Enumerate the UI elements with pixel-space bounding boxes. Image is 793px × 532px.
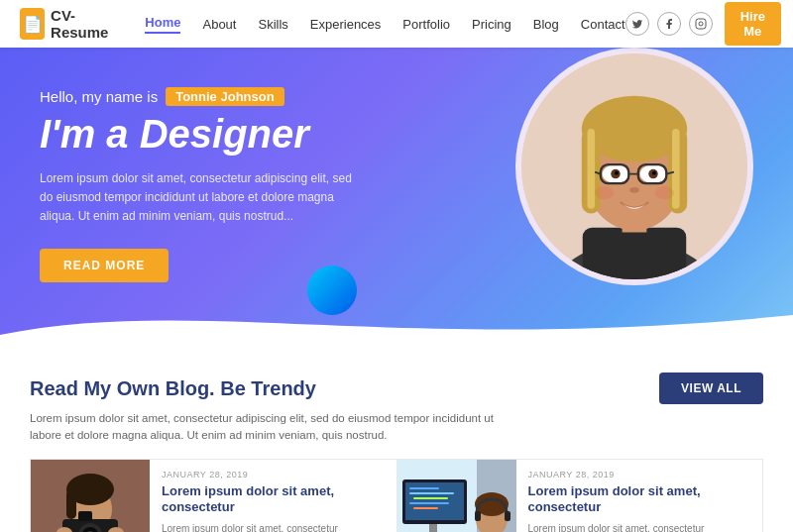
logo-icon: 📄 — [20, 8, 45, 40]
svg-point-24 — [595, 186, 614, 199]
svg-rect-45 — [413, 497, 448, 499]
nav-blog[interactable]: Blog — [533, 17, 559, 32]
twitter-icon[interactable] — [625, 12, 649, 36]
social-links — [625, 12, 713, 36]
blog-card-1-date: JANUARY 28, 2019 — [162, 470, 385, 479]
nav-experiences[interactable]: Experiences — [310, 17, 382, 32]
nav-home[interactable]: Home — [145, 15, 180, 34]
navbar: 📄 CV-Resume Home About Skills Experience… — [0, 0, 793, 48]
facebook-icon[interactable] — [657, 12, 681, 36]
blog-card-1: JANUARY 28, 2019 Lorem ipsum dolor sit a… — [30, 459, 396, 533]
blog-subtitle: Lorem ipsum dolor sit amet, consectetur … — [30, 410, 525, 445]
nav-pricing[interactable]: Pricing — [472, 17, 511, 32]
blog-card-2-title[interactable]: Lorem ipsum dolor sit amet, consectetur — [528, 483, 751, 517]
svg-rect-4 — [583, 228, 687, 279]
svg-rect-0 — [696, 19, 706, 29]
nav-contact[interactable]: Contact — [581, 17, 625, 32]
nav-links: Home About Skills Experiences Portfolio … — [145, 15, 624, 34]
hello-prefix: Hello, my name is — [40, 88, 158, 105]
svg-rect-47 — [413, 507, 438, 509]
svg-rect-46 — [409, 502, 449, 504]
blog-header: Read My Own Blog. Be Trendy VIEW ALL — [30, 372, 763, 404]
svg-point-23 — [629, 187, 639, 193]
nav-skills[interactable]: Skills — [258, 17, 287, 32]
view-all-button[interactable]: VIEW ALL — [659, 372, 763, 404]
svg-rect-44 — [409, 492, 454, 494]
svg-point-25 — [655, 186, 674, 199]
read-more-button[interactable]: READ MORE — [40, 249, 169, 282]
person-illustration — [521, 53, 747, 279]
camera-person-illustration — [31, 460, 150, 533]
blog-card-1-title[interactable]: Lorem ipsum dolor sit amet, consectetur — [162, 483, 385, 517]
svg-rect-52 — [475, 511, 481, 521]
hero-section: Hello, my name is Tonnie Johnson I'm a D… — [0, 48, 793, 355]
nav-about[interactable]: About — [202, 17, 236, 32]
svg-rect-43 — [409, 487, 439, 489]
blog-card-2-content: JANUARY 28, 2019 Lorem ipsum dolor sit a… — [516, 460, 763, 533]
decorative-circle — [307, 266, 357, 315]
svg-rect-29 — [66, 489, 76, 519]
instagram-icon[interactable] — [689, 12, 713, 36]
blog-section: Read My Own Blog. Be Trendy VIEW ALL Lor… — [0, 355, 793, 532]
hero-name: Tonnie Johnson — [166, 87, 283, 106]
blog-card-2: JANUARY 28, 2019 Lorem ipsum dolor sit a… — [396, 459, 764, 533]
svg-point-21 — [615, 171, 619, 175]
svg-rect-10 — [588, 129, 596, 209]
svg-rect-35 — [78, 511, 92, 521]
blog-card-1-content: JANUARY 28, 2019 Lorem ipsum dolor sit a… — [150, 460, 396, 533]
blog-card-1-image — [31, 460, 150, 533]
logo: 📄 CV-Resume — [20, 7, 115, 41]
blog-card-2-desc: Lorem ipsum dolor sit amet, consectetur … — [528, 521, 751, 532]
blog-card-1-desc: Lorem ipsum dolor sit amet, consectetur … — [162, 521, 385, 532]
hero-image-area — [506, 48, 763, 325]
blog-section-title: Read My Own Blog. Be Trendy — [30, 377, 316, 400]
hire-button[interactable]: Hire Me — [725, 2, 781, 46]
blog-card-2-image — [397, 460, 516, 533]
logo-text: CV-Resume — [51, 7, 115, 41]
svg-point-22 — [652, 171, 656, 175]
nav-portfolio[interactable]: Portfolio — [402, 17, 450, 32]
desk-person-illustration — [397, 460, 516, 533]
svg-rect-11 — [672, 129, 680, 209]
blog-cards: JANUARY 28, 2019 Lorem ipsum dolor sit a… — [30, 459, 763, 533]
svg-rect-48 — [429, 524, 437, 533]
svg-rect-53 — [505, 511, 510, 521]
blog-card-2-date: JANUARY 28, 2019 — [528, 470, 751, 479]
profile-image — [515, 48, 753, 285]
hero-description: Lorem ipsum dolor sit amet, consectetur … — [40, 169, 357, 227]
